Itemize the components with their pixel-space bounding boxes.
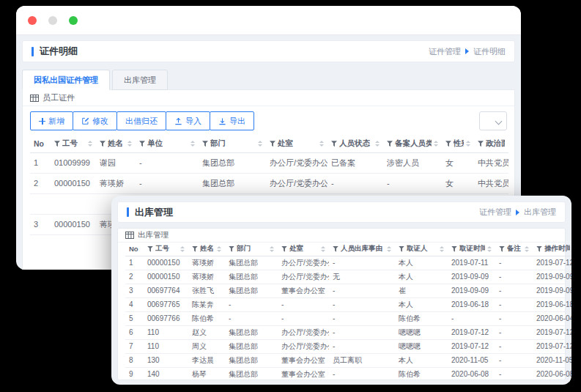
col-filed-category[interactable]: 备案人员类别 [383, 136, 442, 152]
toolbar-select[interactable] [479, 111, 507, 130]
export-button[interactable]: 导出 [210, 111, 254, 130]
sort-icon[interactable] [373, 138, 380, 149]
cell: 蒋瑛娇 [188, 270, 225, 284]
cell: 嗯嗯嗯 [395, 339, 448, 353]
cell: 本人 [395, 297, 448, 311]
col-office[interactable]: 处室 [266, 136, 327, 152]
cell: 办公厅/党委办公室 [278, 256, 329, 270]
cell: 女 [442, 152, 474, 173]
sort-icon[interactable] [178, 244, 185, 254]
cell: 00000150 [144, 270, 188, 284]
col-operation-time[interactable]: 操作时间 [533, 243, 571, 256]
col-gender[interactable]: 性别 [442, 136, 474, 152]
sort-icon[interactable] [267, 244, 274, 254]
cell: 崔 [395, 284, 448, 297]
sort-icon[interactable] [125, 138, 132, 149]
sort-icon[interactable] [188, 138, 195, 149]
col-remark[interactable]: 备注 [495, 243, 533, 256]
col-cert-taker[interactable]: 取证人 [395, 243, 448, 256]
filter-icon[interactable] [139, 141, 145, 147]
table-row: 300697764张胜飞集团总部董事会办公室-崔2019-09-09-2019-… [125, 284, 571, 297]
col-person-status[interactable]: 人员状态 [327, 136, 383, 152]
cell: - [329, 297, 395, 311]
cell: 赵义 [188, 325, 225, 339]
sort-icon[interactable] [256, 138, 262, 149]
breadcrumb-parent-link[interactable]: 证件管理 [429, 46, 461, 57]
filter-icon[interactable] [202, 141, 208, 147]
sort-icon[interactable] [522, 244, 529, 254]
cell: - [329, 367, 395, 381]
filter-icon[interactable] [331, 141, 337, 147]
cell: 2020-06-04 [533, 311, 571, 325]
maximize-window-icon[interactable] [69, 16, 78, 25]
cell: 周义 [188, 339, 225, 353]
col-name[interactable]: 姓名 [96, 136, 136, 152]
page-title: 证件明细 [32, 45, 78, 58]
cell: 2 [125, 270, 144, 284]
cell: 5 [125, 311, 144, 325]
col-unit[interactable]: 单位 [136, 136, 199, 152]
filter-icon[interactable] [270, 141, 275, 147]
filter-icon[interactable] [445, 141, 451, 147]
cell: 本人 [395, 270, 448, 284]
breadcrumb-current: 出库管理 [524, 207, 556, 218]
sort-icon[interactable] [317, 138, 324, 149]
cell: 2019-07-12 [533, 256, 571, 270]
close-window-icon[interactable] [28, 16, 37, 25]
filter-icon[interactable] [451, 246, 457, 252]
cell: 陈伯希 [395, 367, 448, 381]
cell: 谢园 [96, 152, 136, 173]
page-title: 出库管理 [127, 206, 173, 219]
col-name[interactable]: 姓名 [188, 243, 225, 256]
download-icon [218, 117, 226, 125]
col-outbound-reason[interactable]: 人员出库事由 [329, 243, 395, 256]
filter-icon[interactable] [229, 246, 234, 252]
table-header-row: No 工号 姓名 单位 部门 处室 人员状态 备案人员类别 性别 政治面貌 [30, 136, 508, 152]
sort-icon[interactable] [215, 244, 221, 254]
cell: 01009999 [51, 152, 96, 173]
table-row: 200000150蒋瑛娇-集团总部办公厅/党委办公室--女中共党员 [30, 173, 508, 193]
cell: 董事会办公室 [278, 367, 329, 381]
sort-icon[interactable] [86, 138, 92, 149]
col-department[interactable]: 部门 [199, 136, 266, 152]
cell: - [383, 173, 442, 193]
section-header-outbound: 出库管理 [118, 229, 565, 243]
sort-icon[interactable] [319, 244, 325, 254]
modify-button[interactable]: 修改 [73, 111, 117, 130]
filter-icon[interactable] [399, 246, 404, 252]
col-cert-time[interactable]: 取证时间 [448, 243, 495, 256]
col-no: No [125, 243, 144, 256]
filter-icon[interactable] [499, 246, 505, 252]
sort-icon[interactable] [485, 244, 492, 254]
filter-icon[interactable] [100, 141, 106, 147]
sort-icon[interactable] [437, 244, 444, 254]
col-political-status[interactable]: 政治面貌 [474, 136, 508, 152]
col-employee-id[interactable]: 工号 [144, 243, 188, 256]
import-button[interactable]: 导入 [166, 111, 210, 130]
filter-icon[interactable] [478, 141, 484, 147]
sort-icon[interactable] [385, 244, 391, 254]
breadcrumb-parent-link[interactable]: 证件管理 [479, 207, 511, 218]
cell: 涉密人员 [383, 152, 442, 173]
cell: - [329, 339, 395, 353]
filter-icon[interactable] [333, 246, 338, 252]
filter-icon[interactable] [54, 141, 60, 147]
table-row: 6110赵义集团总部办公厅/党委办公室-嗯嗯嗯2019-07-12-2019-0… [125, 325, 571, 339]
filter-icon[interactable] [147, 246, 153, 252]
filter-icon[interactable] [281, 246, 287, 252]
cell: 集团总部 [225, 353, 278, 367]
add-button[interactable]: 新增 [30, 111, 73, 130]
filter-icon[interactable] [387, 141, 393, 147]
lend-return-button[interactable]: 出借归还 [116, 111, 166, 130]
tab-private-overseas-cert-mgmt[interactable]: 因私出国证件管理 [22, 70, 110, 90]
sort-icon[interactable] [464, 138, 470, 149]
tab-outbound-mgmt[interactable]: 出库管理 [112, 70, 168, 90]
minimize-window-icon[interactable] [48, 16, 57, 25]
page-title-text: 证件明细 [40, 45, 78, 58]
col-employee-id[interactable]: 工号 [51, 136, 96, 152]
filter-icon[interactable] [192, 246, 198, 252]
filter-icon[interactable] [536, 246, 542, 252]
col-office[interactable]: 处室 [278, 243, 329, 256]
sort-icon[interactable] [432, 138, 438, 149]
col-department[interactable]: 部门 [225, 243, 278, 256]
